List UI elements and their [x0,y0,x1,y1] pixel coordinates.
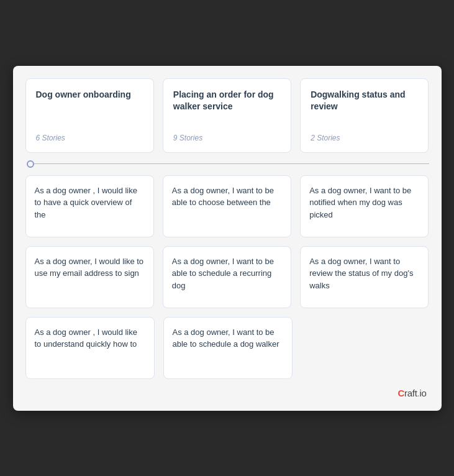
story-card-3-2[interactable]: As a dog owner, I want to be able to sch… [163,317,293,379]
story-card-2-2[interactable]: As a dog owner, I want to be able to sch… [163,246,291,308]
stories-row-2: As a dog owner, I would like to use my e… [25,246,429,308]
epic-stories-2: 9 Stories [173,134,281,142]
story-card-2-1[interactable]: As a dog owner, I would like to use my e… [25,246,154,308]
story-card-3-1[interactable]: As a dog owner , I would like to underst… [25,317,155,379]
epic-stories-1: 6 Stories [36,134,143,142]
story-text-3-1: As a dog owner , I would like to underst… [35,326,145,350]
story-text-1-2: As a dog owner, I want to be able to cho… [172,185,282,209]
epic-card-3[interactable]: Dogwalking status and review 2 Stories [300,78,429,153]
epic-title-3: Dogwalking status and review [311,89,418,113]
epic-stories-3: 2 Stories [311,134,418,142]
stories-grid: As a dog owner , I would like to have a … [25,175,429,379]
epic-card-1[interactable]: Dog owner onboarding 6 Stories [25,78,154,153]
story-card-1-2[interactable]: As a dog owner, I want to be able to cho… [163,175,291,237]
story-card-1-3[interactable]: As a dog owner, I want to be notified wh… [300,175,429,237]
stories-row-3: As a dog owner , I would like to underst… [25,317,429,379]
main-window: Dog owner onboarding 6 Stories Placing a… [13,66,442,411]
story-card-1-1[interactable]: As a dog owner , I would like to have a … [25,175,154,237]
story-text-2-1: As a dog owner, I would like to use my e… [35,255,145,280]
epic-card-2[interactable]: Placing an order for dog walker service … [163,78,291,153]
timeline-dot [27,160,34,168]
story-text-2-2: As a dog owner, I want to be able to sch… [172,255,282,292]
story-text-3-2: As a dog owner, I want to be able to sch… [173,326,283,350]
logo-text: raft [404,388,417,398]
epic-title-2: Placing an order for dog walker service [173,89,281,113]
epics-row: Dog owner onboarding 6 Stories Placing a… [25,78,429,153]
story-text-2-3: As a dog owner, I want to review the sta… [309,255,419,292]
story-card-3-3-empty [301,317,429,379]
timeline-line [34,163,429,164]
epic-title-1: Dog owner onboarding [36,89,143,101]
story-text-1-1: As a dog owner , I would like to have a … [35,185,145,221]
logo-c-letter: C [398,388,405,398]
footer: Craft.io [25,388,429,398]
timeline [25,160,429,168]
stories-row-1: As a dog owner , I would like to have a … [25,175,429,237]
logo-io: io [419,388,426,398]
story-card-2-3[interactable]: As a dog owner, I want to review the sta… [300,246,429,308]
craft-logo: Craft.io [398,388,427,398]
story-text-1-3: As a dog owner, I want to be notified wh… [309,185,419,221]
